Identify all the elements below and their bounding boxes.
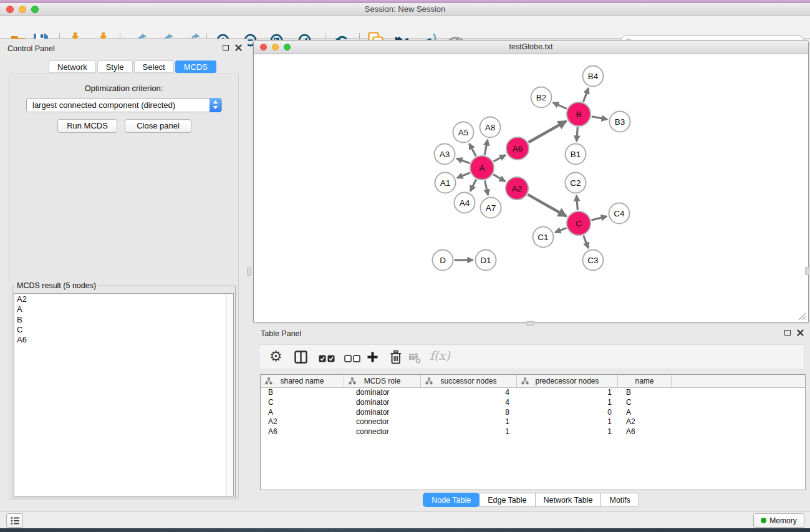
memory-status-icon <box>761 518 766 523</box>
edge-A-A4[interactable] <box>470 180 476 191</box>
session-title: Session: New Session <box>0 4 810 14</box>
table-row[interactable]: Bdominator41B <box>261 388 805 398</box>
cell: dominator <box>344 398 421 408</box>
edge-C-C4[interactable] <box>591 216 607 220</box>
tab-select[interactable]: Select <box>134 60 174 73</box>
network-window-titlebar[interactable]: testGlobe.txt <box>254 41 808 54</box>
table-panel: Table Panel ⚙ f(x) shared nameMCDS roles… <box>253 326 809 509</box>
edge-A-A6[interactable] <box>493 155 505 162</box>
cell: 4 <box>421 398 517 408</box>
edge-A2-C[interactable] <box>528 195 566 216</box>
node-label-B1: B1 <box>571 150 581 159</box>
deselect-all-checkboxes-icon[interactable] <box>344 354 360 365</box>
cell: 0 <box>517 408 618 418</box>
cell: C <box>618 398 672 408</box>
desktop-background-strip <box>0 528 810 532</box>
cell: 1 <box>421 427 517 437</box>
tab-network-table[interactable]: Network Table <box>535 493 602 507</box>
node-label-C: C <box>576 219 582 228</box>
split-divider-grip[interactable] <box>526 321 534 326</box>
cell: 1 <box>517 398 618 408</box>
edge-B-B4[interactable] <box>583 88 588 102</box>
edge-C-C3[interactable] <box>584 236 589 248</box>
criterion-dropdown[interactable]: largest connected component (directed) <box>26 98 222 112</box>
control-panel-title: Control Panel <box>7 44 55 53</box>
cell: A <box>618 408 672 418</box>
table-row[interactable]: A6connector11A6 <box>261 427 805 437</box>
edge-C-C1[interactable] <box>555 228 566 233</box>
cell: 1 <box>517 388 618 398</box>
edge-A-A5[interactable] <box>470 143 476 156</box>
node-label-A7: A7 <box>486 203 496 213</box>
table-settings-icon[interactable]: ⚙ <box>269 349 282 363</box>
cell: A6 <box>261 427 344 437</box>
split-columns-icon[interactable] <box>294 351 307 366</box>
node-label-D1: D1 <box>480 256 491 265</box>
edge-A-A1[interactable] <box>457 173 470 178</box>
cell: B <box>618 388 672 398</box>
node-label-B: B <box>576 110 581 119</box>
node-table: shared nameMCDS rolesuccessor nodesprede… <box>260 374 806 490</box>
table-row[interactable]: Adominator80A <box>261 408 805 418</box>
node-label-C3: C3 <box>587 256 598 265</box>
column-header-mcds-role[interactable]: MCDS role <box>344 375 421 387</box>
result-item-b[interactable]: B <box>14 315 233 325</box>
delete-column-icon[interactable] <box>390 350 402 367</box>
control-panel-tabs: NetworkStyleSelectMCDS <box>49 60 216 73</box>
edge-A-A2[interactable] <box>493 175 505 181</box>
edge-B-B1[interactable] <box>577 127 578 142</box>
attribute-type-icon <box>521 377 529 385</box>
close-panel-button[interactable]: Close panel <box>125 119 191 133</box>
node-label-B3: B3 <box>615 117 625 127</box>
column-header-predecessor-nodes[interactable]: predecessor nodes <box>517 375 618 387</box>
edge-B-B2[interactable] <box>553 102 567 109</box>
close-panel-icon[interactable] <box>797 329 804 336</box>
add-column-icon[interactable] <box>367 351 378 365</box>
edge-A-A8[interactable] <box>485 140 488 155</box>
tab-style[interactable]: Style <box>97 60 133 73</box>
column-header-successor-nodes[interactable]: successor nodes <box>421 375 517 387</box>
edge-A6-B[interactable] <box>528 121 566 142</box>
node-label-A4: A4 <box>460 198 470 208</box>
function-builder-icon[interactable]: f(x) <box>430 349 450 362</box>
float-panel-icon[interactable] <box>784 330 791 336</box>
edge-A-A7[interactable] <box>485 181 488 195</box>
result-item-a6[interactable]: A6 <box>14 335 233 345</box>
network-view-window: testGlobe.txt B4B2BB3B1A5A8A6A3AA1A2A4A7… <box>253 40 809 322</box>
column-header-name[interactable]: name <box>618 375 672 387</box>
resize-grip-icon[interactable] <box>797 311 806 321</box>
split-divider-grip[interactable] <box>805 267 809 275</box>
table-header-row: shared nameMCDS rolesuccessor nodesprede… <box>261 375 805 388</box>
split-divider-grip[interactable] <box>247 268 251 276</box>
delete-table-icon[interactable] <box>408 353 422 367</box>
result-item-c[interactable]: C <box>14 325 233 335</box>
result-item-a[interactable]: A <box>14 304 233 314</box>
attribute-type-icon <box>425 377 433 385</box>
result-item-a2[interactable]: A2 <box>14 294 233 304</box>
tab-network[interactable]: Network <box>49 60 96 73</box>
column-header-shared-name[interactable]: shared name <box>261 375 344 387</box>
cell: connector <box>344 427 421 437</box>
memory-button[interactable]: Memory <box>753 513 804 528</box>
table-row[interactable]: Cdominator41C <box>261 398 805 408</box>
task-history-button[interactable] <box>6 513 23 528</box>
close-panel-icon[interactable] <box>235 44 242 51</box>
tab-mcds[interactable]: MCDS <box>175 60 216 73</box>
edge-A-A3[interactable] <box>456 158 470 163</box>
mcds-result-box: MCDS result (5 nodes) A2ABCA6 <box>12 286 236 498</box>
edge-B-B3[interactable] <box>592 117 607 120</box>
table-row[interactable]: A2connector11A2 <box>261 417 805 427</box>
run-mcds-button[interactable]: Run MCDS <box>57 119 117 133</box>
select-all-checkboxes-icon[interactable] <box>319 354 335 365</box>
table-tabs: Node TableEdge TableNetwork TableMotifs <box>253 493 809 507</box>
tab-node-table[interactable]: Node Table <box>423 493 480 507</box>
network-graph-canvas[interactable]: B4B2BB3B1A5A8A6A3AA1A2A4A7C2C4CC1C3DD1 <box>254 54 808 322</box>
cell: A <box>261 408 344 418</box>
mcds-result-title: MCDS result (5 nodes) <box>15 281 98 290</box>
tab-motifs[interactable]: Motifs <box>600 493 639 507</box>
result-scrollbar[interactable] <box>226 294 233 496</box>
tab-edge-table[interactable]: Edge Table <box>479 493 535 507</box>
node-label-C4: C4 <box>614 209 625 218</box>
float-panel-icon[interactable] <box>223 45 229 51</box>
edge-C-C2[interactable] <box>577 195 578 210</box>
